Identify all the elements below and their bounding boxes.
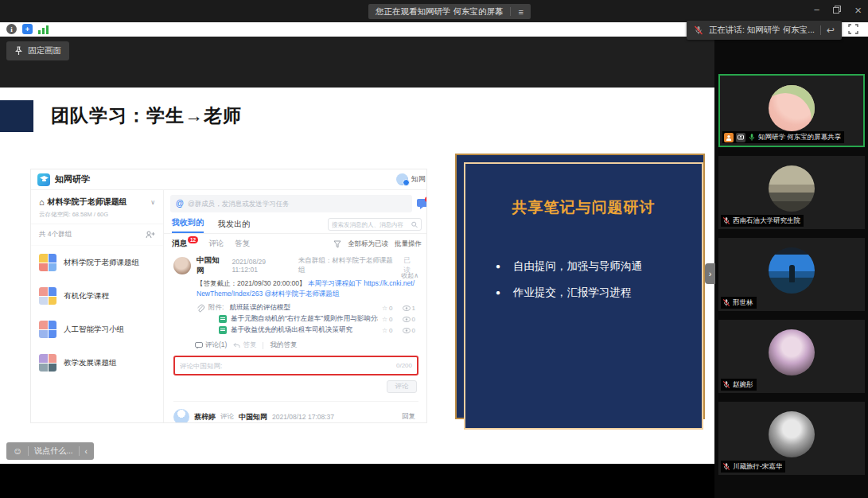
filter-icon[interactable]: [333, 240, 341, 248]
muted-mic-icon: [694, 25, 703, 35]
avatar: [396, 173, 408, 185]
sidebar-item-group-2[interactable]: 有机化学课程: [31, 279, 163, 313]
slide-title: 团队学习：学生→老师: [51, 103, 242, 128]
window-controls: − ×: [814, 0, 862, 19]
eye-icon: [403, 317, 411, 322]
subnav-messages[interactable]: 消息12: [172, 239, 197, 249]
participant-tile[interactable]: 川藏旅行-宋嘉华: [718, 402, 865, 475]
participant-tile[interactable]: 邢世林: [718, 238, 865, 311]
comment-action-button[interactable]: 评论(1): [195, 340, 227, 350]
participant-tile[interactable]: 西南石油大学研究生院: [718, 156, 865, 229]
tab-sent[interactable]: 我发出的: [218, 219, 250, 233]
batch-operations-button[interactable]: 批量操作: [395, 239, 422, 249]
fullscreen-icon[interactable]: [848, 24, 858, 34]
reply-button[interactable]: 回复: [402, 412, 415, 422]
shield-icon[interactable]: +: [22, 24, 33, 34]
comment-bubble-icon: [195, 342, 203, 349]
unread-badge: 12: [188, 236, 198, 243]
side-panel-handle[interactable]: ›: [705, 263, 715, 284]
message-composer-input[interactable]: [170, 195, 412, 212]
avatar: [769, 247, 815, 294]
sidebar-item-group-3[interactable]: 人工智能学习小组: [31, 313, 163, 346]
comment-input[interactable]: [180, 362, 396, 370]
search-box[interactable]: [328, 218, 422, 231]
slide-title-accent: [0, 100, 33, 132]
attachments-label: 附件:: [208, 303, 224, 313]
pin-view-label: 固定画面: [28, 45, 61, 56]
course-link[interactable]: 本周学习课程如下: [308, 279, 362, 287]
group-avatar: [39, 354, 56, 372]
restore-icon[interactable]: [833, 6, 841, 14]
mark-all-read-button[interactable]: 全部标为已读: [348, 239, 388, 249]
cnki-header: 知网研学 知网: [31, 169, 426, 190]
muted-mic-icon: [722, 462, 730, 471]
comment-target: 中国知网: [239, 412, 267, 422]
watching-banner[interactable]: 您正在观看知网研学 何东宝的屏幕 ≡: [368, 4, 531, 19]
view-count: 0: [412, 327, 415, 334]
cnki-user-profile[interactable]: 知网: [396, 173, 426, 185]
cnki-app-name: 知网研学: [55, 173, 90, 185]
shared-slide: 团队学习：学生→老师 知网研学 知网 ⌂ 材料学院于老师课题组 ∨: [0, 88, 714, 464]
collapse-message-button[interactable]: 收起∧: [401, 271, 418, 280]
message-body: 【答复截止：2021/09/30 20:00:00】 本周学习课程如下 http…: [197, 278, 418, 299]
tab-received[interactable]: 我收到的: [172, 217, 204, 233]
sidebar-item-group-1[interactable]: 材料学院于老师课题组: [31, 246, 163, 279]
participant-tile[interactable]: 赵婉彤: [718, 320, 865, 393]
chat-quick-bar[interactable]: ☺ 说点什么... ‹: [6, 442, 94, 460]
home-icon: ⌂: [39, 197, 45, 207]
reply-action-button[interactable]: 答复: [233, 340, 256, 350]
my-reply-button[interactable]: 我的答复: [270, 340, 297, 350]
divider: [820, 25, 821, 35]
emoji-icon[interactable]: ☺: [13, 445, 22, 457]
bullet-icon: ●: [496, 259, 500, 274]
menu-icon[interactable]: ≡: [518, 7, 523, 17]
cnki-current-group[interactable]: ⌂ 材料学院于老师课题组 ∨ 云存储空间: 68.58M / 60G: [31, 190, 163, 224]
submit-comment-button[interactable]: 评论: [387, 380, 417, 393]
attachment-name[interactable]: 航班延误的评估模型: [229, 303, 290, 313]
sidebar-item-group-4[interactable]: 教学发展课题组: [31, 346, 163, 379]
group-avatar: [39, 287, 56, 305]
participant-tile-presenter[interactable]: 知网研学 何东宝的屏幕共享: [718, 74, 865, 147]
minimize-icon[interactable]: −: [814, 4, 820, 16]
collapse-chat-icon[interactable]: ‹: [85, 447, 88, 456]
file-icon: [219, 326, 227, 334]
attachment-name[interactable]: 基于元胞自动机的“右行左超车”规则作用与影响分析: [231, 314, 378, 324]
close-icon[interactable]: ×: [854, 3, 862, 17]
message-time: 2021/08/29 11:12:01: [232, 258, 292, 274]
pin-icon: [14, 46, 23, 56]
chat-input-placeholder[interactable]: 说点什么...: [34, 445, 72, 457]
attachment-name[interactable]: 基于收益优先的机场出租车司机决策研究: [231, 325, 352, 335]
star-count: 0: [389, 327, 392, 334]
avatar: [769, 85, 815, 131]
shared-screen-top-band: 固定画面: [0, 37, 714, 88]
back-arrow-icon[interactable]: ↩: [827, 25, 835, 36]
subnav-comments[interactable]: 评论: [208, 239, 224, 249]
participant-name: 赵婉彤: [733, 380, 753, 390]
storage-info: 云存储空间: 68.58M / 60G: [39, 211, 155, 219]
muted-mic-icon: [722, 380, 730, 389]
participant-name: 邢世林: [733, 298, 753, 308]
group-name: 有机化学课程: [64, 291, 109, 302]
screen-share-icon: [736, 133, 745, 142]
group-avatar: [39, 254, 56, 271]
mic-on-icon: [748, 133, 756, 142]
divider: [79, 446, 80, 456]
view-count: 1: [412, 305, 415, 312]
cnki-user-name: 知网: [411, 174, 426, 185]
pin-view-button[interactable]: 固定画面: [6, 41, 69, 60]
chevron-down-icon[interactable]: ∨: [150, 199, 155, 206]
subnav-replies[interactable]: 答复: [235, 239, 250, 249]
add-group-icon[interactable]: [146, 231, 155, 239]
comment-input-highlighted[interactable]: 0/200: [173, 356, 418, 375]
avatar: [769, 165, 815, 212]
chat-notification-icon[interactable]: [417, 199, 426, 209]
char-counter: 0/200: [396, 362, 412, 369]
info-icon[interactable]: i: [6, 24, 17, 34]
star-count: 0: [389, 316, 392, 323]
signal-icon[interactable]: [38, 25, 49, 34]
search-input[interactable]: [332, 221, 409, 228]
group-mention[interactable]: @材料学院于老师课题组: [265, 290, 340, 298]
speaking-tooltip: 正在讲话: 知网研学 何东宝... ↩: [687, 21, 842, 40]
note-bullet: ● 作业提交，汇报学习进程: [496, 286, 702, 300]
chevron-right-icon: ›: [709, 269, 712, 278]
